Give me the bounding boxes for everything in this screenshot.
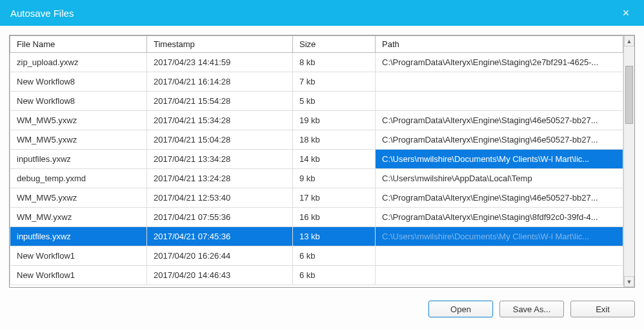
cell-timestamp: 2017/04/20 14:46:43 [147,266,293,285]
cell-timestamp: 2017/04/21 16:14:28 [147,72,293,92]
col-header-size[interactable]: Size [293,36,376,53]
cell-path: C:\ProgramData\Alteryx\Engine\Staging\46… [376,130,623,150]
cell-path: C:\ProgramData\Alteryx\Engine\Staging\8f… [376,208,623,227]
header-row: File Name Timestamp Size Path [10,36,623,53]
cell-timestamp: 2017/04/20 16:26:44 [147,246,293,266]
cell-size: 19 kb [293,111,376,130]
cell-file-name: zip_upload.yxwz [10,53,147,72]
cell-path: C:\Users\mwilshire\Documents\My Clients\… [376,150,623,169]
cell-path: C:\ProgramData\Alteryx\Engine\Staging\2e… [376,53,623,72]
col-header-path[interactable]: Path [376,36,623,53]
col-header-name[interactable]: File Name [10,36,147,53]
cell-file-name: WM_MW5.yxwz [10,111,147,130]
cell-file-name: New Workflow1 [10,266,147,285]
cell-size: 6 kb [293,266,376,285]
cell-path [376,72,623,92]
cell-file-name: WM_MW.yxwz [10,208,147,227]
cell-timestamp: 2017/04/21 13:24:28 [147,169,293,188]
cell-file-name: New Workflow1 [10,246,147,266]
cell-path: C:\ProgramData\Alteryx\Engine\Staging\46… [376,188,623,208]
cell-timestamp: 2017/04/21 15:04:28 [147,130,293,150]
col-header-timestamp[interactable]: Timestamp [147,36,293,53]
cell-timestamp: 2017/04/21 15:54:28 [147,92,293,111]
cell-path [376,246,623,266]
cell-path: C:\Users\mwilshire\Documents\My Clients\… [376,227,623,246]
cell-size: 8 kb [293,53,376,72]
table-row[interactable]: New Workflow82017/04/21 15:54:285 kb [10,92,623,111]
cell-timestamp: 2017/04/21 07:45:36 [147,227,293,246]
content-area: File Name Timestamp Size Path zip_upload… [0,26,644,294]
cell-file-name: debug_temp.yxmd [10,169,147,188]
cell-size: 13 kb [293,227,376,246]
cell-size: 16 kb [293,208,376,227]
cell-size: 5 kb [293,92,376,111]
cell-path [376,92,623,111]
window-title: Autosave Files [10,8,74,19]
close-icon[interactable]: × [618,5,634,21]
save-as-button[interactable]: Save As... [499,301,564,317]
scroll-up-icon[interactable]: ▲ [624,35,634,46]
cell-timestamp: 2017/04/21 07:55:36 [147,208,293,227]
cell-size: 7 kb [293,72,376,92]
cell-file-name: WM_MW5.yxwz [10,188,147,208]
titlebar: Autosave Files × [0,0,644,26]
table-row[interactable]: inputfiles.yxwz2017/04/21 13:34:2814 kbC… [10,150,623,169]
table-row[interactable]: WM_MW5.yxwz2017/04/21 15:04:2818 kbC:\Pr… [10,130,623,150]
cell-file-name: inputfiles.yxwz [10,150,147,169]
table-row[interactable]: WM_MW5.yxwz2017/04/21 12:53:4017 kbC:\Pr… [10,188,623,208]
cell-size: 18 kb [293,130,376,150]
table-row[interactable]: New Workflow12017/04/20 14:46:436 kb [10,266,623,285]
table-row[interactable]: WM_MW5.yxwz2017/04/21 15:34:2819 kbC:\Pr… [10,111,623,130]
cell-file-name: New Workflow8 [10,72,147,92]
cell-file-name: inputfiles.yxwz [10,227,147,246]
grid-wrap: File Name Timestamp Size Path zip_upload… [9,35,635,288]
open-button[interactable]: Open [428,301,493,317]
button-bar: Open Save As... Exit [0,294,644,329]
cell-timestamp: 2017/04/21 15:34:28 [147,111,293,130]
scroll-down-icon[interactable]: ▼ [624,276,634,287]
scroll-thumb[interactable] [625,66,633,124]
table-row[interactable]: New Workflow12017/04/20 16:26:446 kb [10,246,623,266]
cell-timestamp: 2017/04/21 12:53:40 [147,188,293,208]
cell-size: 6 kb [293,246,376,266]
cell-path: C:\Users\mwilshire\AppData\Local\Temp [376,169,623,188]
cell-file-name: New Workflow8 [10,92,147,111]
table-row[interactable]: zip_upload.yxwz2017/04/23 14:41:598 kbC:… [10,53,623,72]
table-row[interactable]: New Workflow82017/04/21 16:14:287 kb [10,72,623,92]
dialog-window: Autosave Files × File Name Timestamp Siz… [0,0,644,329]
cell-timestamp: 2017/04/23 14:41:59 [147,53,293,72]
exit-button[interactable]: Exit [570,301,635,317]
cell-path: C:\ProgramData\Alteryx\Engine\Staging\46… [376,111,623,130]
table-row[interactable]: WM_MW.yxwz2017/04/21 07:55:3616 kbC:\Pro… [10,208,623,227]
cell-file-name: WM_MW5.yxwz [10,130,147,150]
table-row[interactable]: inputfiles.yxwz2017/04/21 07:45:3613 kbC… [10,227,623,246]
cell-size: 14 kb [293,150,376,169]
cell-timestamp: 2017/04/21 13:34:28 [147,150,293,169]
file-grid[interactable]: File Name Timestamp Size Path zip_upload… [10,35,623,287]
cell-size: 17 kb [293,188,376,208]
table-row[interactable]: debug_temp.yxmd2017/04/21 13:24:289 kbC:… [10,169,623,188]
scroll-track[interactable] [624,46,634,276]
vertical-scrollbar[interactable]: ▲ ▼ [623,35,634,287]
cell-path [376,266,623,285]
cell-size: 9 kb [293,169,376,188]
